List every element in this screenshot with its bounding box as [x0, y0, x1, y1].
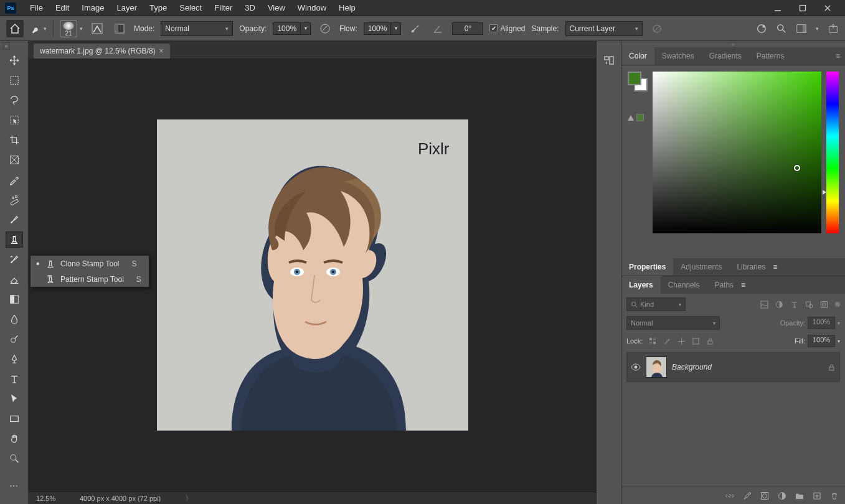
menu-layer[interactable]: Layer	[111, 1, 144, 15]
rectangle-tool[interactable]	[6, 411, 23, 427]
tab-color[interactable]: Color	[621, 47, 654, 65]
close-button[interactable]	[815, 1, 840, 16]
group-icon[interactable]	[795, 492, 804, 500]
adjustment-layer-icon[interactable]	[778, 492, 786, 500]
menu-view[interactable]: View	[262, 1, 291, 15]
saturation-value-picker[interactable]	[653, 72, 821, 233]
tab-properties[interactable]: Properties	[621, 258, 673, 276]
status-more-icon[interactable]: 〉	[186, 494, 192, 503]
brush-preset-picker[interactable]: 21 ▾	[60, 20, 83, 37]
panel-menu-icon[interactable]: ≡	[831, 52, 845, 60]
visibility-icon[interactable]	[631, 363, 641, 371]
workspace-chev[interactable]: ▾	[816, 26, 819, 32]
history-brush-tool[interactable]	[6, 251, 23, 268]
close-tab-icon[interactable]: ×	[159, 47, 164, 55]
tab-paths[interactable]: Paths	[707, 276, 741, 294]
lock-all-icon[interactable]	[706, 337, 714, 345]
pressure-opacity-button[interactable]	[317, 21, 333, 37]
tab-swatches[interactable]: Swatches	[654, 47, 702, 65]
frame-tool[interactable]	[6, 152, 23, 168]
hand-tool[interactable]	[6, 431, 23, 447]
foreground-color-swatch[interactable]	[628, 72, 641, 85]
fill-input[interactable]: 100%	[808, 335, 835, 347]
flyout-pattern-stamp[interactable]: Pattern Stamp Tool S	[31, 271, 149, 287]
sample-select[interactable]: Current Layer▾	[565, 21, 643, 36]
menu-help[interactable]: Help	[333, 1, 362, 15]
pen-tool[interactable]	[6, 351, 23, 367]
menu-file[interactable]: File	[24, 1, 49, 15]
healing-brush-tool[interactable]	[6, 192, 23, 208]
layer-name[interactable]: Background	[672, 363, 823, 371]
tab-gradients[interactable]: Gradients	[702, 47, 749, 65]
layer-item-background[interactable]: Background	[626, 352, 840, 382]
tool-preset[interactable]: ▾	[30, 23, 47, 34]
brush-tool[interactable]	[6, 212, 23, 228]
airbrush-button[interactable]	[407, 21, 423, 37]
tab-layers[interactable]: Layers	[621, 276, 661, 294]
tab-libraries[interactable]: Libraries	[729, 258, 773, 276]
flow-input[interactable]: 100% ▾	[364, 22, 402, 35]
path-select-tool[interactable]	[6, 391, 23, 407]
menu-filter[interactable]: Filter	[208, 1, 238, 15]
menu-image[interactable]: Image	[75, 1, 110, 15]
aligned-checkbox[interactable]: ✔Aligned	[489, 24, 525, 33]
search-icon[interactable]	[776, 23, 787, 34]
delete-layer-icon[interactable]	[830, 492, 839, 500]
filter-adjust-icon[interactable]	[775, 301, 783, 309]
edit-toolbar-button[interactable]: ⋯	[6, 478, 23, 494]
brush-panel-button[interactable]	[111, 21, 128, 37]
filter-pixel-icon[interactable]	[760, 301, 768, 309]
gamut-warning[interactable]	[628, 114, 648, 121]
opacity-input[interactable]: 100% ▾	[273, 22, 311, 35]
gradient-tool[interactable]	[6, 291, 23, 307]
tab-adjustments[interactable]: Adjustments	[673, 258, 729, 276]
document-tab[interactable]: watermark 1.jpg @ 12.5% (RGB/8) ×	[34, 44, 170, 58]
zoom-tool[interactable]	[6, 450, 23, 467]
fg-bg-swatch[interactable]	[628, 72, 648, 91]
history-panel-icon[interactable]	[602, 54, 616, 67]
minimize-button[interactable]	[765, 1, 790, 16]
menu-type[interactable]: Type	[143, 1, 173, 15]
filter-shape-icon[interactable]	[805, 301, 813, 309]
workspace-icon[interactable]	[796, 23, 807, 34]
tab-patterns[interactable]: Patterns	[749, 47, 792, 65]
tab-channels[interactable]: Channels	[661, 276, 707, 294]
lock-transparent-icon[interactable]	[649, 337, 657, 345]
menu-select[interactable]: Select	[173, 1, 208, 15]
layer-blend-mode[interactable]: Normal▾	[626, 316, 720, 330]
hue-slider[interactable]	[826, 72, 839, 233]
blend-mode-select[interactable]: Normal▾	[161, 21, 233, 36]
layer-opacity-input[interactable]: 100%	[808, 317, 835, 329]
panel-menu-icon[interactable]: ≡	[773, 263, 777, 271]
eyedropper-tool[interactable]	[6, 172, 23, 188]
brush-settings-button[interactable]	[89, 21, 105, 37]
type-tool[interactable]	[6, 371, 23, 387]
lock-position-icon[interactable]	[677, 337, 686, 345]
filter-smart-icon[interactable]	[820, 301, 828, 309]
quick-select-tool[interactable]	[6, 112, 23, 128]
move-tool[interactable]	[6, 52, 23, 68]
link-layers-icon[interactable]	[725, 492, 734, 500]
layer-mask-icon[interactable]	[760, 492, 769, 500]
lock-image-icon[interactable]	[663, 337, 671, 345]
panel-menu-icon[interactable]: ≡	[741, 281, 745, 289]
home-button[interactable]	[6, 20, 24, 37]
menu-3d[interactable]: 3D	[238, 1, 262, 15]
lock-artboard-icon[interactable]	[692, 337, 700, 345]
panel-collapse-button[interactable]: «	[621, 41, 845, 47]
blur-tool[interactable]	[6, 311, 23, 327]
eraser-tool[interactable]	[6, 271, 23, 287]
zoom-level[interactable]: 12.5%	[36, 495, 67, 502]
dodge-tool[interactable]	[6, 331, 23, 347]
ignore-adjustments-button[interactable]	[649, 21, 665, 37]
angle-input[interactable]: 0°	[452, 22, 483, 35]
cloud-icon[interactable]	[756, 23, 767, 34]
flyout-clone-stamp[interactable]: ■ Clone Stamp Tool S	[31, 256, 149, 271]
marquee-tool[interactable]	[6, 72, 23, 88]
filter-toggle[interactable]	[835, 302, 840, 307]
filter-type-icon[interactable]	[790, 301, 798, 309]
layer-style-icon[interactable]	[743, 492, 752, 500]
share-icon[interactable]	[828, 23, 839, 34]
lasso-tool[interactable]	[6, 92, 23, 108]
maximize-button[interactable]	[790, 1, 815, 16]
